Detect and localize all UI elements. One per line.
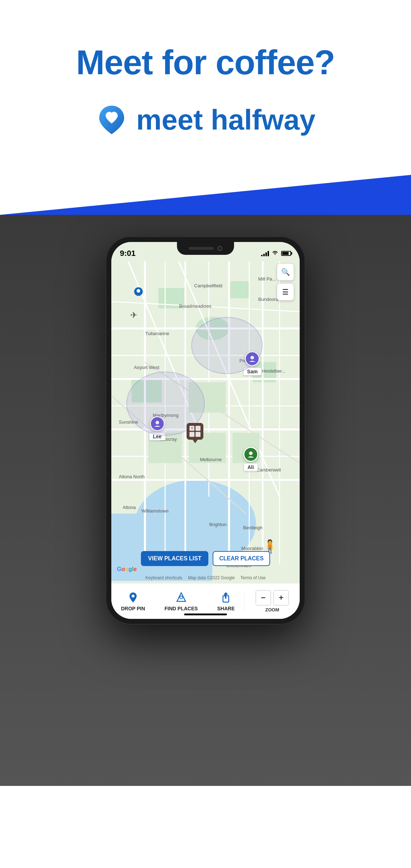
top-section: Meet for coffee? meet halfway — [0, 0, 411, 165]
phone-screen: 9:01 — [111, 242, 300, 619]
coffee-shop-marker: ☕ — [187, 423, 203, 443]
drop-pin-label: DROP PIN — [121, 606, 145, 611]
menu-button[interactable]: ☰ — [277, 283, 294, 301]
zoom-in-button[interactable]: + — [273, 590, 289, 606]
bottom-section: 9:01 — [0, 215, 411, 786]
terms-of-use: Terms of Use — [240, 575, 266, 580]
phone-wrapper: 9:01 — [98, 236, 313, 625]
share-icon — [219, 591, 232, 604]
map-label-airportwest: Airport West — [134, 365, 159, 370]
action-buttons-bar: VIEW PLACES LIST CLEAR PLACES — [111, 551, 300, 566]
find-places-label: FIND PLACES — [164, 606, 198, 611]
phone-notch — [177, 242, 234, 255]
search-button[interactable]: 🔍 — [277, 263, 294, 281]
map-label-broadmeadows: Broadmeadows — [179, 303, 211, 309]
drop-pin-icon — [127, 591, 139, 604]
find-places-icon — [175, 591, 188, 604]
battery-icon — [281, 251, 291, 256]
drop-pin-nav-item[interactable]: DROP PIN — [114, 591, 152, 611]
signal-bars-icon — [261, 251, 269, 256]
find-places-nav-item[interactable]: FIND PLACES — [157, 591, 205, 611]
map-label-camberwell: Camberwell — [257, 467, 281, 473]
map-label-millpark: Mill Pa... — [258, 276, 276, 282]
svg-rect-2 — [229, 281, 249, 298]
wifi-icon — [272, 250, 278, 257]
status-time: 9:01 — [120, 249, 136, 258]
map-label-tullamarine: Tullamarine — [145, 331, 169, 336]
map-label-melbourne: Melbourne — [200, 457, 222, 462]
app-brand: meet halfway — [14, 104, 397, 136]
zoom-label: ZOOM — [265, 607, 279, 612]
svg-point-36 — [249, 451, 253, 455]
svg-marker-38 — [177, 593, 186, 601]
map-area: Campbellfield Mill Pa... Broadmeadows Bu… — [111, 242, 300, 583]
notch-speaker — [189, 247, 214, 250]
map-controls: 🔍 ☰ — [277, 263, 294, 301]
svg-point-33 — [137, 289, 140, 293]
map-data-copyright: Map data ©2022 Google — [188, 575, 235, 580]
share-nav-item[interactable]: SHARE — [210, 591, 242, 611]
clear-places-button[interactable]: CLEAR PLACES — [213, 551, 270, 566]
map-footer: Keyboard shortcuts Map data ©2022 Google… — [111, 575, 300, 580]
map-label-moorabbin: Moorabbin — [241, 546, 263, 551]
map-label-altona: Altona — [123, 505, 136, 510]
map-label-williamstown: Williamstown — [141, 508, 168, 514]
svg-point-37 — [132, 595, 135, 597]
sam-radius-circle — [191, 317, 263, 374]
ali-marker: Ali — [243, 447, 258, 471]
headline: Meet for coffee? — [14, 43, 397, 82]
status-icons — [261, 250, 291, 257]
brand-name: meet halfway — [136, 104, 315, 136]
svg-point-39 — [180, 596, 183, 599]
phone-frame: 9:01 — [106, 236, 305, 625]
diagonal-stripe — [0, 158, 411, 215]
app-logo-icon — [96, 104, 128, 136]
map-label-brighton: Brighton — [209, 522, 227, 527]
home-indicator — [184, 614, 227, 615]
zoom-out-button[interactable]: − — [255, 590, 271, 606]
map-label-altonanorth: Altona North — [119, 474, 144, 479]
map-label-bentleigh: Bentleigh — [243, 525, 263, 530]
notch-camera — [217, 246, 222, 251]
map-label-heidelberg: Heidelber... — [262, 368, 285, 374]
map-label-campbellfield: Campbellfield — [194, 283, 222, 288]
google-logo: Google — [117, 566, 137, 572]
map-label-bundoora: Bundoora — [258, 297, 278, 302]
share-label: SHARE — [217, 606, 235, 611]
bottom-nav-left: DROP PIN FIND PLACES — [111, 591, 244, 611]
view-places-button[interactable]: VIEW PLACES LIST — [141, 551, 208, 566]
keyboard-shortcuts: Keyboard shortcuts — [145, 575, 182, 580]
airport-icon: ✈ — [130, 310, 137, 320]
location-pin-icon — [132, 286, 145, 299]
zoom-controls: − + ZOOM — [245, 590, 300, 612]
